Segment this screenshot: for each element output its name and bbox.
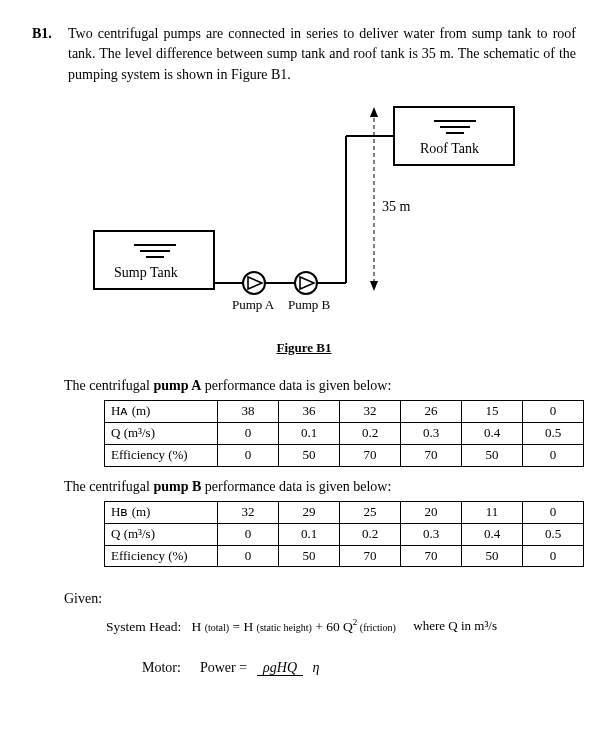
sh-where: where Q in m³/s — [413, 618, 497, 633]
cell: 0 — [523, 444, 584, 466]
cell: 70 — [340, 545, 401, 567]
system-head-formula: System Head: H (total) = H (static heigh… — [106, 616, 576, 636]
row-header: Q (m³/s) — [105, 422, 218, 444]
roof-tank-label: Roof Tank — [420, 141, 479, 156]
power-label: Power = — [200, 658, 247, 678]
tbl-b-bold: pump B — [153, 479, 201, 494]
row-header: Efficiency (%) — [105, 444, 218, 466]
pump-b-label: Pump B — [288, 297, 331, 312]
cell: 11 — [462, 501, 523, 523]
table-row: Q (m³/s) 0 0.1 0.2 0.3 0.4 0.5 — [105, 523, 584, 545]
cell: 0.3 — [401, 422, 462, 444]
pump-a-label: Pump A — [232, 297, 275, 312]
table-row: Hᴀ (m) 38 36 32 26 15 0 — [105, 401, 584, 423]
cell: 0.1 — [279, 422, 340, 444]
table-row: Hʙ (m) 32 29 25 20 11 0 — [105, 501, 584, 523]
cell: 0 — [218, 523, 279, 545]
cell: 25 — [340, 501, 401, 523]
pump-b-table: Hʙ (m) 32 29 25 20 11 0 Q (m³/s) 0 0.1 0… — [104, 501, 584, 568]
cell: 0.5 — [523, 422, 584, 444]
cell: 50 — [279, 545, 340, 567]
tbl-b-post: performance data is given below: — [201, 479, 391, 494]
table-row: Efficiency (%) 0 50 70 70 50 0 — [105, 444, 584, 466]
table-row: Efficiency (%) 0 50 70 70 50 0 — [105, 545, 584, 567]
row-header: Q (m³/s) — [105, 523, 218, 545]
schematic-svg: Roof Tank Sump Tank Pump A Pump B 35 m — [84, 101, 524, 331]
cell: 32 — [340, 401, 401, 423]
cell: 50 — [462, 545, 523, 567]
figure-b1: Roof Tank Sump Tank Pump A Pump B 35 m — [32, 101, 576, 331]
cell: 0.3 — [401, 523, 462, 545]
motor-label: Motor: — [142, 658, 181, 678]
tbl-a-pre: The centrifugal — [64, 378, 153, 393]
pump-b-icon — [295, 272, 317, 294]
cell: 70 — [401, 545, 462, 567]
cell: 0 — [523, 501, 584, 523]
table-b-intro: The centrifugal pump B performance data … — [64, 477, 576, 497]
question-header: B1. Two centrifugal pumps are connected … — [32, 24, 576, 85]
cell: 15 — [462, 401, 523, 423]
question-number: B1. — [32, 24, 68, 85]
cell: 0 — [523, 545, 584, 567]
cell: 29 — [279, 501, 340, 523]
cell: 0.2 — [340, 422, 401, 444]
cell: 0 — [218, 422, 279, 444]
sump-tank-label: Sump Tank — [114, 265, 178, 280]
question-text: Two centrifugal pumps are connected in s… — [68, 24, 576, 85]
sh-rhs1-sub: (static height) — [257, 621, 312, 632]
cell: 36 — [279, 401, 340, 423]
svg-rect-0 — [394, 107, 514, 165]
cell: 0.4 — [462, 422, 523, 444]
power-fraction: ρgHQ η — [257, 661, 325, 676]
given-label: Given: — [64, 589, 576, 609]
cell: 0 — [218, 444, 279, 466]
figure-caption: Figure B1 — [32, 339, 576, 358]
cell: 38 — [218, 401, 279, 423]
height-label: 35 m — [382, 199, 411, 214]
cell: 0.1 — [279, 523, 340, 545]
tbl-a-post: performance data is given below: — [201, 378, 391, 393]
cell: 50 — [279, 444, 340, 466]
pump-a-icon — [243, 272, 265, 294]
cell: 50 — [462, 444, 523, 466]
cell: 26 — [401, 401, 462, 423]
svg-marker-15 — [370, 281, 378, 291]
cell: 0.5 — [523, 523, 584, 545]
sh-rhs2-sub: (friction) — [357, 621, 396, 632]
cell: 32 — [218, 501, 279, 523]
system-head-label: System Head: — [106, 618, 181, 633]
sh-lhs-sub: (total) — [205, 621, 229, 632]
row-header: Hᴀ (m) — [105, 401, 218, 423]
cell: 70 — [340, 444, 401, 466]
tbl-a-bold: pump A — [153, 378, 201, 393]
cell: 70 — [401, 444, 462, 466]
cell: 0 — [218, 545, 279, 567]
sh-lhs: H — [192, 618, 205, 633]
svg-marker-14 — [370, 107, 378, 117]
cell: 0.4 — [462, 523, 523, 545]
tbl-b-pre: The centrifugal — [64, 479, 153, 494]
sh-plus: + 60 Q — [312, 618, 353, 633]
pump-a-table: Hᴀ (m) 38 36 32 26 15 0 Q (m³/s) 0 0.1 0… — [104, 400, 584, 467]
table-row: Q (m³/s) 0 0.1 0.2 0.3 0.4 0.5 — [105, 422, 584, 444]
row-header: Hʙ (m) — [105, 501, 218, 523]
sh-eq: = H — [229, 618, 257, 633]
frac-den: η — [307, 660, 326, 675]
frac-num: ρgHQ — [257, 660, 303, 676]
svg-rect-4 — [94, 231, 214, 289]
cell: 0.2 — [340, 523, 401, 545]
cell: 20 — [401, 501, 462, 523]
motor-formula: Motor: Power = ρgHQ η — [142, 658, 576, 678]
row-header: Efficiency (%) — [105, 545, 218, 567]
cell: 0 — [523, 401, 584, 423]
table-a-intro: The centrifugal pump A performance data … — [64, 376, 576, 396]
